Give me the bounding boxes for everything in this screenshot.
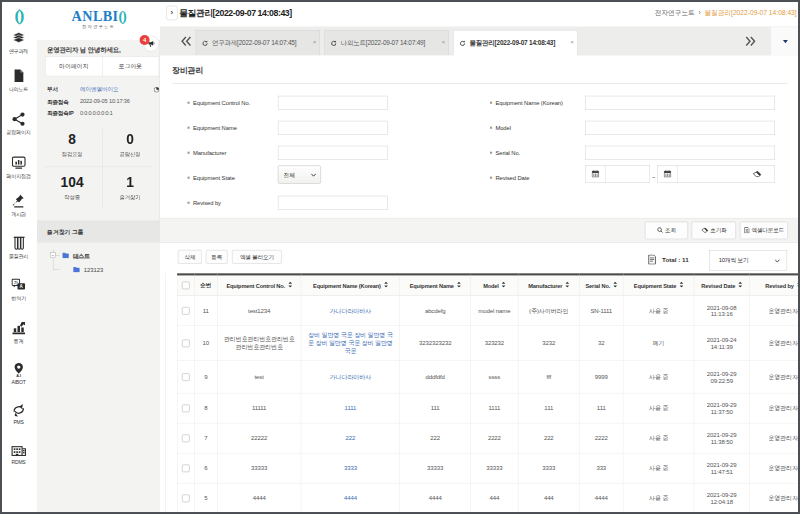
svg-text:A.I: A.I [16,374,21,377]
svg-text:X: X [746,229,749,233]
